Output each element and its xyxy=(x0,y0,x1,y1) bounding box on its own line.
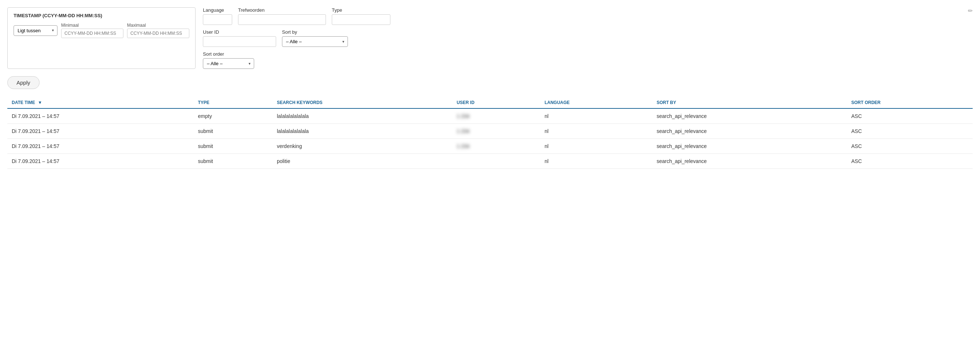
cell-language: nl xyxy=(540,154,652,169)
cell-userid xyxy=(452,154,540,169)
filter-row-1: Language Trefwoorden Type xyxy=(203,7,973,25)
cell-type: submit xyxy=(194,124,272,139)
cell-keywords: lalalalalalalala xyxy=(272,108,452,124)
filter-row-2: User ID Sort by – Alle –RelevanceDateTit… xyxy=(203,29,973,47)
min-label: Minimaal xyxy=(61,23,123,28)
table-header: DATE TIME ▼ TYPE SEARCH KEYWORDS USER ID… xyxy=(7,96,973,108)
max-label: Maximaal xyxy=(127,23,189,28)
cell-userid: 1 234 xyxy=(452,108,540,124)
sortby-select[interactable]: – Alle –RelevanceDateTitle xyxy=(282,36,348,47)
userid-label: User ID xyxy=(203,29,276,35)
min-input[interactable] xyxy=(61,29,123,38)
sortby-field: Sort by – Alle –RelevanceDateTitle xyxy=(282,29,348,47)
cell-sortorder: ASC xyxy=(847,154,973,169)
timestamp-title: TIMESTAMP (CCYY-MM-DD HH:MM:SS) xyxy=(14,13,189,18)
right-filters: ✏ Language Trefwoorden Type User ID xyxy=(203,7,973,69)
language-field: Language xyxy=(203,7,232,25)
cell-sortby: search_api_relevance xyxy=(652,154,847,169)
cell-sortorder: ASC xyxy=(847,108,973,124)
cell-datetime: Di 7.09.2021 – 14:57 xyxy=(7,108,194,124)
cell-language: nl xyxy=(540,139,652,154)
sortby-wrapper[interactable]: – Alle –RelevanceDateTitle xyxy=(282,36,348,47)
max-input[interactable] xyxy=(127,29,189,38)
cell-datetime: Di 7.09.2021 – 14:57 xyxy=(7,154,194,169)
col-sortby: SORT BY xyxy=(652,96,847,108)
type-field: Type xyxy=(332,7,390,25)
cell-sortby: search_api_relevance xyxy=(652,124,847,139)
type-input[interactable] xyxy=(332,14,390,25)
cell-type: submit xyxy=(194,139,272,154)
cell-type: submit xyxy=(194,154,272,169)
cell-type: empty xyxy=(194,108,272,124)
userid-input[interactable] xyxy=(203,36,276,47)
cell-sortorder: ASC xyxy=(847,139,973,154)
cell-language: nl xyxy=(540,124,652,139)
language-label: Language xyxy=(203,7,232,13)
trefwoorden-input[interactable] xyxy=(238,14,326,25)
col-datetime[interactable]: DATE TIME ▼ xyxy=(7,96,194,108)
cell-keywords: lalalalalalalala xyxy=(272,124,452,139)
trefwoorden-label: Trefwoorden xyxy=(238,7,326,13)
timestamp-block: TIMESTAMP (CCYY-MM-DD HH:MM:SS) Ligt tus… xyxy=(7,7,196,69)
userid-value: 1 234 xyxy=(457,113,469,119)
cell-language: nl xyxy=(540,108,652,124)
trefwoorden-field: Trefwoorden xyxy=(238,7,326,25)
results-table: DATE TIME ▼ TYPE SEARCH KEYWORDS USER ID… xyxy=(7,96,973,169)
filter-row-3: Sort order – Alle –ASCDESC xyxy=(203,51,973,69)
sortorder-field: Sort order – Alle –ASCDESC xyxy=(203,51,254,69)
table-row: Di 7.09.2021 – 14:57submitlalalalalalala… xyxy=(7,124,973,139)
table-row: Di 7.09.2021 – 14:57emptylalalalalalalal… xyxy=(7,108,973,124)
cell-datetime: Di 7.09.2021 – 14:57 xyxy=(7,139,194,154)
apply-button[interactable]: Apply xyxy=(7,76,40,89)
cell-userid: 1 234 xyxy=(452,124,540,139)
cell-sortby: search_api_relevance xyxy=(652,108,847,124)
timestamp-operator-wrapper[interactable]: Ligt tussenGelijk aanGroter danKleiner d… xyxy=(14,25,57,36)
userid-value: 1 234 xyxy=(457,128,469,134)
timestamp-operator-select[interactable]: Ligt tussenGelijk aanGroter danKleiner d… xyxy=(14,25,57,36)
col-sortorder: SORT ORDER xyxy=(847,96,973,108)
col-language: LANGUAGE xyxy=(540,96,652,108)
language-input[interactable] xyxy=(203,14,232,25)
table-row: Di 7.09.2021 – 14:57submitverdenking1 23… xyxy=(7,139,973,154)
col-keywords: SEARCH KEYWORDS xyxy=(272,96,452,108)
sortorder-select[interactable]: – Alle –ASCDESC xyxy=(203,58,254,69)
table-body: Di 7.09.2021 – 14:57emptylalalalalalalal… xyxy=(7,108,973,169)
userid-field: User ID xyxy=(203,29,276,47)
cell-userid: 1 234 xyxy=(452,139,540,154)
cell-keywords: verdenking xyxy=(272,139,452,154)
max-group: Maximaal xyxy=(127,23,189,38)
sortorder-wrapper[interactable]: – Alle –ASCDESC xyxy=(203,58,254,69)
filter-section: TIMESTAMP (CCYY-MM-DD HH:MM:SS) Ligt tus… xyxy=(7,7,973,69)
cell-keywords: politie xyxy=(272,154,452,169)
col-type: TYPE xyxy=(194,96,272,108)
edit-icon[interactable]: ✏ xyxy=(968,7,973,14)
table-row: Di 7.09.2021 – 14:57submitpolitienlsearc… xyxy=(7,154,973,169)
sortorder-label: Sort order xyxy=(203,51,254,57)
cell-sortby: search_api_relevance xyxy=(652,139,847,154)
userid-value: 1 234 xyxy=(457,143,469,149)
cell-datetime: Di 7.09.2021 – 14:57 xyxy=(7,124,194,139)
min-group: Minimaal xyxy=(61,23,123,38)
sortby-label: Sort by xyxy=(282,29,348,35)
sort-arrow-datetime: ▼ xyxy=(38,100,42,105)
col-userid: USER ID xyxy=(452,96,540,108)
type-label: Type xyxy=(332,7,390,13)
cell-sortorder: ASC xyxy=(847,124,973,139)
